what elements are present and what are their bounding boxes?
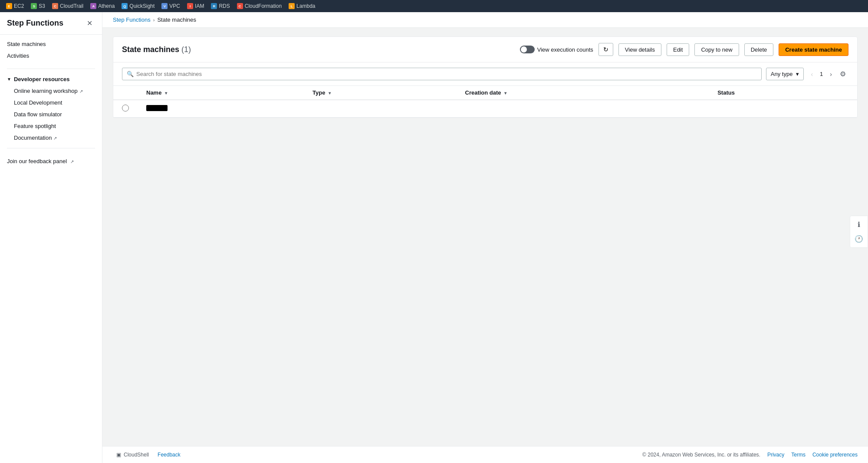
lambda-icon: L	[289, 3, 295, 9]
breadcrumb-separator: ›	[153, 17, 155, 23]
panel-title: State machines (1)	[122, 45, 191, 54]
sidebar-close-button[interactable]: ✕	[84, 18, 95, 28]
cloudformation-label: CloudFormation	[245, 3, 282, 9]
sidebar-item-documentation[interactable]: Documentation↗	[7, 132, 102, 144]
row-status-cell	[709, 100, 857, 118]
sidebar-item-state-machines[interactable]: State machines	[0, 38, 102, 50]
athena-label: Athena	[98, 3, 115, 9]
topnav-item-s3[interactable]: SS3	[28, 2, 48, 10]
table-header-type: Type ▾	[304, 86, 457, 100]
sidebar-item-online-learning[interactable]: Online learning workshop↗	[7, 85, 102, 97]
state-machines-panel: State machines (1) View execution counts…	[113, 36, 858, 118]
edit-button[interactable]: Edit	[667, 43, 689, 56]
pagination: ‹ 1 › ⚙	[808, 68, 848, 80]
table-row	[113, 100, 857, 118]
row-radio-0[interactable]	[122, 105, 129, 112]
privacy-link[interactable]: Privacy	[767, 452, 784, 458]
breadcrumb-parent-link[interactable]: Step Functions	[113, 16, 151, 23]
type-filter-label: Any type	[771, 71, 793, 77]
row-type-cell	[304, 100, 457, 118]
external-link-icon: ↗	[70, 159, 74, 164]
rds-label: RDS	[219, 3, 230, 9]
page-body: State machines (1) View execution counts…	[102, 28, 868, 446]
vpc-label: VPC	[169, 3, 180, 9]
cloudshell-label: CloudShell	[124, 452, 149, 458]
feedback-panel-label: Join our feedback panel	[7, 158, 67, 164]
sidebar: Step Functions ✕ State machinesActivitie…	[0, 12, 102, 463]
panel-count: (1)	[181, 45, 191, 54]
developer-resources-header[interactable]: ▼ Developer resources	[0, 72, 102, 84]
create-state-machine-button[interactable]: Create state machine	[779, 43, 848, 56]
view-details-button[interactable]: View details	[618, 43, 661, 56]
sidebar-divider-2	[7, 148, 95, 148]
topnav-item-vpc[interactable]: VVPC	[159, 2, 183, 10]
topnav-item-ec2[interactable]: EEC2	[3, 2, 26, 10]
delete-button[interactable]: Delete	[744, 43, 774, 56]
table-wrapper: Name ▾ Type ▾ Creation date ▾ Status	[113, 86, 857, 118]
table-header-creation-date: Creation date ▾	[457, 86, 709, 100]
topnav-item-cloudformation[interactable]: CCloudFormation	[234, 2, 284, 10]
chevron-down-icon: ▼	[7, 77, 11, 82]
sidebar-feedback-section: Join our feedback panel ↗	[0, 152, 102, 171]
vpc-icon: V	[161, 3, 168, 9]
row-radio-cell	[113, 100, 138, 118]
s3-icon: S	[31, 3, 37, 9]
table-settings-button[interactable]: ⚙	[837, 68, 848, 80]
topnav-item-quicksight[interactable]: QQuickSight	[119, 2, 157, 10]
topnav-item-iam[interactable]: IIAM	[184, 2, 207, 10]
page-number: 1	[818, 71, 825, 77]
topnav-item-athena[interactable]: AAthena	[88, 2, 117, 10]
table-header-name: Name ▾	[138, 86, 304, 100]
sort-icon-name: ▾	[165, 91, 167, 95]
clock-icon-button[interactable]: 🕐	[852, 232, 866, 246]
sidebar-item-feedback-panel[interactable]: Join our feedback panel ↗	[0, 155, 102, 167]
topnav-item-cloudtrail[interactable]: CCloudTrail	[49, 2, 86, 10]
ec2-label: EC2	[14, 3, 24, 9]
feedback-link[interactable]: Feedback	[158, 452, 181, 458]
footer-left: ▣ CloudShell Feedback	[113, 450, 181, 460]
copyright-text: © 2024, Amazon Web Services, Inc. or its…	[642, 452, 760, 458]
sort-icon-type: ▾	[329, 91, 331, 95]
cloudtrail-label: CloudTrail	[60, 3, 83, 9]
refresh-button[interactable]: ↻	[598, 43, 613, 56]
ec2-icon: E	[6, 3, 12, 9]
iam-icon: I	[187, 3, 193, 9]
terms-link[interactable]: Terms	[791, 452, 806, 458]
sidebar-item-activities[interactable]: Activities	[0, 50, 102, 62]
topnav-item-rds[interactable]: RRDS	[208, 2, 232, 10]
quicksight-icon: Q	[122, 3, 128, 9]
search-filter-row: 🔍 Any type ▾ ‹ 1 › ⚙	[113, 62, 857, 86]
view-execution-counts-toggle[interactable]	[520, 46, 535, 53]
top-navigation: EEC2SS3CCloudTrailAAthenaQQuickSightVVPC…	[0, 0, 868, 12]
cookie-link[interactable]: Cookie preferences	[812, 452, 858, 458]
prev-page-button[interactable]: ‹	[808, 69, 815, 79]
sidebar-item-local-dev[interactable]: Local Development	[7, 97, 102, 108]
footer-right: © 2024, Amazon Web Services, Inc. or its…	[642, 452, 858, 458]
copy-to-new-button[interactable]: Copy to new	[694, 43, 739, 56]
sidebar-navigation: State machinesActivities	[0, 35, 102, 65]
sidebar-divider	[7, 69, 95, 69]
redacted-name-bar	[146, 105, 168, 111]
cloudshell-button[interactable]: ▣ CloudShell	[113, 450, 152, 460]
sidebar-header: Step Functions ✕	[0, 12, 102, 35]
rds-icon: R	[211, 3, 217, 9]
search-wrapper: 🔍	[122, 68, 762, 80]
cloudformation-icon: C	[237, 3, 243, 9]
footer: ▣ CloudShell Feedback © 2024, Amazon Web…	[102, 446, 868, 463]
quicksight-label: QuickSight	[129, 3, 155, 9]
app-layout: Step Functions ✕ State machinesActivitie…	[0, 12, 868, 463]
type-filter-select[interactable]: Any type ▾	[766, 68, 804, 80]
view-execution-counts-label: View execution counts	[537, 46, 593, 53]
topnav-item-lambda[interactable]: LLambda	[286, 2, 318, 10]
table-header-status: Status	[709, 86, 857, 100]
row-name-cell	[138, 100, 304, 118]
sidebar-title: Step Functions	[7, 19, 63, 28]
sidebar-item-feature-spotlight[interactable]: Feature spotlight	[7, 120, 102, 132]
search-input[interactable]	[136, 68, 757, 80]
main-content: Step Functions › State machines State ma…	[102, 12, 868, 463]
search-icon: 🔍	[127, 71, 134, 77]
info-icon-button[interactable]: ℹ	[852, 218, 866, 231]
external-link-icon: ↗	[53, 136, 57, 141]
sidebar-item-data-flow[interactable]: Data flow simulator	[7, 108, 102, 120]
next-page-button[interactable]: ›	[827, 69, 835, 79]
